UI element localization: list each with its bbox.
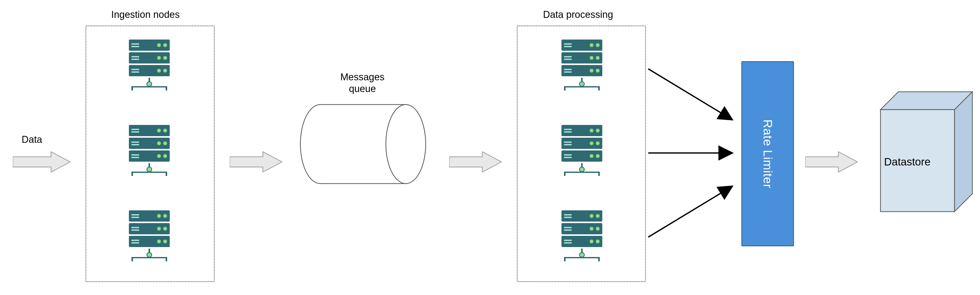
datastore-cube-icon bbox=[862, 87, 980, 219]
processing-server-3 bbox=[558, 210, 606, 269]
svg-marker-0 bbox=[13, 152, 70, 172]
arrow-proc3-to-rl bbox=[648, 186, 732, 237]
processing-server-2 bbox=[558, 125, 606, 184]
svg-marker-9 bbox=[805, 152, 858, 172]
arrow-ingestion-to-queue bbox=[230, 151, 283, 173]
svg-marker-1 bbox=[230, 152, 282, 172]
queue-title-line2: queue bbox=[349, 83, 376, 94]
arrow-proc1-to-rl bbox=[648, 69, 732, 120]
architecture-diagram: Data Ingestion nodes Messages queue bbox=[0, 0, 980, 295]
datastore-label: Datastore bbox=[872, 155, 943, 168]
ingestion-server-2 bbox=[125, 125, 173, 184]
processing-server-1 bbox=[558, 40, 606, 98]
ingestion-title: Ingestion nodes bbox=[102, 9, 189, 21]
ingestion-server-1 bbox=[125, 40, 173, 98]
fanin-arrows bbox=[646, 25, 748, 281]
ingestion-server-3 bbox=[125, 210, 173, 269]
processing-title: Data processing bbox=[532, 9, 624, 21]
queue-title: Messages queue bbox=[329, 71, 396, 95]
svg-marker-11 bbox=[955, 92, 972, 212]
rate-limiter-label: Rate Limiter bbox=[761, 119, 775, 189]
svg-marker-7 bbox=[449, 152, 501, 172]
queue-title-line1: Messages bbox=[340, 71, 384, 82]
rate-limiter-box: Rate Limiter bbox=[741, 61, 794, 246]
svg-point-6 bbox=[386, 105, 426, 184]
arrow-data-to-ingestion bbox=[13, 151, 72, 173]
arrow-queue-to-processing bbox=[449, 151, 503, 173]
data-label: Data bbox=[13, 134, 51, 146]
queue-cylinder-icon bbox=[296, 102, 431, 186]
arrow-rl-to-datastore bbox=[805, 151, 859, 173]
